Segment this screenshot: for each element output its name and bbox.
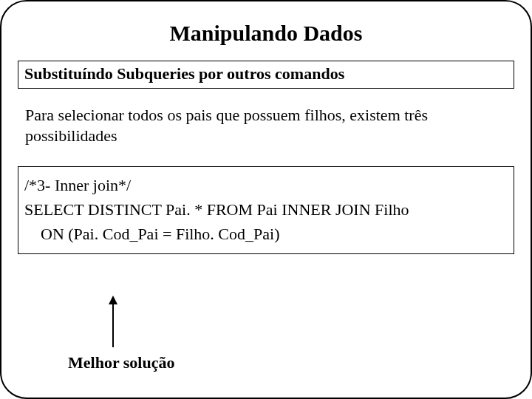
- subtitle-box: Substituíndo Subqueries por outros coman…: [18, 61, 514, 89]
- code-line-1: /*3- Inner join*/: [24, 173, 508, 197]
- slide-frame: Manipulando Dados Substituíndo Subquerie…: [0, 0, 532, 399]
- code-box: /*3- Inner join*/ SELECT DISTINCT Pai. *…: [18, 166, 514, 254]
- code-line-3: ON (Pai. Cod_Pai = Filho. Cod_Pai): [24, 222, 508, 246]
- arrow-line-icon: [112, 297, 114, 347]
- subtitle-text: Substituíndo Subqueries por outros coman…: [24, 64, 508, 83]
- code-line-2: SELECT DISTINCT Pai. * FROM Pai INNER JO…: [24, 197, 508, 222]
- arrow-up-icon: [112, 297, 114, 347]
- slide-title: Manipulando Dados: [18, 21, 514, 46]
- arrow-caption: Melhor solução: [68, 353, 174, 372]
- body-paragraph: Para selecionar todos os pais que possue…: [25, 105, 510, 146]
